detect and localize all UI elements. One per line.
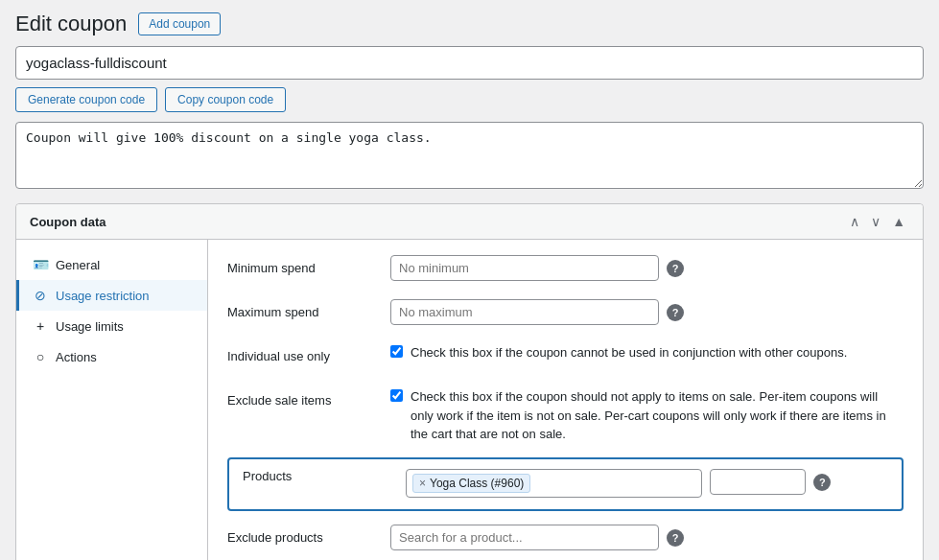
minimum-spend-label: Minimum spend bbox=[227, 255, 381, 275]
minimum-spend-row: Minimum spend ? bbox=[227, 255, 904, 286]
individual-use-label: Individual use only bbox=[227, 343, 381, 363]
sidebar-item-usage-limits[interactable]: + Usage limits bbox=[16, 311, 207, 341]
add-coupon-button[interactable]: Add coupon bbox=[138, 12, 221, 35]
coupon-data-header: Coupon data ∧ ∨ ▲ bbox=[16, 204, 923, 240]
exclude-products-row: Exclude products ? bbox=[227, 525, 904, 555]
products-search-input[interactable] bbox=[534, 476, 695, 490]
sidebar-item-actions[interactable]: ○ Actions bbox=[16, 341, 207, 372]
header-controls: ∧ ∨ ▲ bbox=[846, 212, 909, 231]
products-help-icon[interactable]: ? bbox=[813, 474, 831, 491]
copy-coupon-button[interactable]: Copy coupon code bbox=[165, 87, 286, 112]
exclude-sale-checkbox[interactable] bbox=[390, 389, 403, 402]
exclude-sale-items-row: Exclude sale items Check this box if the… bbox=[227, 387, 904, 444]
minimum-spend-control: ? bbox=[390, 255, 904, 281]
maximum-spend-control: ? bbox=[390, 299, 904, 325]
tag-remove-icon[interactable]: × bbox=[419, 477, 426, 490]
maximum-spend-help-icon[interactable]: ? bbox=[667, 304, 684, 321]
exclude-products-help-icon[interactable]: ? bbox=[667, 529, 684, 547]
general-icon: 🪪 bbox=[33, 257, 48, 272]
coupon-code-input[interactable] bbox=[15, 46, 924, 80]
generate-coupon-button[interactable]: Generate coupon code bbox=[15, 87, 157, 112]
individual-use-checkbox[interactable] bbox=[390, 345, 403, 358]
products-label: Products bbox=[243, 469, 396, 483]
minimum-spend-input[interactable] bbox=[390, 255, 659, 281]
sidebar-nav: 🪪 General ⊘ Usage restriction + Usage li… bbox=[16, 240, 208, 560]
maximum-spend-input[interactable] bbox=[390, 299, 659, 325]
products-tag-input[interactable]: × Yoga Class (#960) bbox=[406, 469, 702, 498]
minimum-spend-help-icon[interactable]: ? bbox=[667, 260, 684, 277]
individual-use-control: Check this box if the coupon cannot be u… bbox=[390, 343, 904, 362]
products-control: × Yoga Class (#960) ? bbox=[406, 469, 888, 498]
product-tag: × Yoga Class (#960) bbox=[412, 474, 530, 493]
sidebar-label-actions: Actions bbox=[56, 350, 97, 364]
sidebar-item-general[interactable]: 🪪 General bbox=[16, 249, 207, 280]
usage-restriction-icon: ⊘ bbox=[33, 288, 48, 303]
exclude-sale-text: Check this box if the coupon should not … bbox=[411, 387, 904, 444]
exclude-products-input[interactable] bbox=[390, 525, 659, 550]
exclude-sale-control: Check this box if the coupon should not … bbox=[390, 387, 904, 444]
collapse-up-button[interactable]: ∧ bbox=[846, 212, 863, 231]
product-tag-label: Yoga Class (#960) bbox=[430, 477, 524, 490]
sidebar-label-general: General bbox=[56, 258, 100, 272]
coupon-actions-row: Generate coupon code Copy coupon code bbox=[15, 87, 924, 112]
expand-button[interactable]: ▲ bbox=[888, 212, 909, 231]
collapse-down-button[interactable]: ∨ bbox=[867, 212, 884, 231]
sidebar-label-usage-limits: Usage limits bbox=[56, 319, 124, 334]
exclude-sale-checkbox-row: Check this box if the coupon should not … bbox=[390, 387, 904, 444]
content-area: Minimum spend ? Maximum spend ? Individu… bbox=[208, 240, 923, 560]
individual-use-text: Check this box if the coupon cannot be u… bbox=[411, 343, 847, 362]
actions-icon: ○ bbox=[33, 349, 48, 364]
exclude-products-control: ? bbox=[390, 525, 904, 550]
coupon-data-panel: Coupon data ∧ ∨ ▲ 🪪 General ⊘ Usage rest… bbox=[15, 203, 924, 560]
maximum-spend-label: Maximum spend bbox=[227, 299, 381, 319]
exclude-sale-label: Exclude sale items bbox=[227, 387, 381, 408]
maximum-spend-row: Maximum spend ? bbox=[227, 299, 904, 330]
products-highlighted-field: Products × Yoga Class (#960) ? bbox=[227, 457, 904, 511]
exclude-products-label: Exclude products bbox=[227, 525, 381, 545]
products-extra-input[interactable] bbox=[710, 469, 806, 495]
coupon-data-body: 🪪 General ⊘ Usage restriction + Usage li… bbox=[16, 240, 923, 560]
individual-use-only-row: Individual use only Check this box if th… bbox=[227, 343, 904, 374]
products-row: Products × Yoga Class (#960) ? bbox=[243, 469, 888, 500]
individual-use-checkbox-row: Check this box if the coupon cannot be u… bbox=[390, 343, 847, 362]
usage-limits-icon: + bbox=[33, 318, 48, 334]
sidebar-item-usage-restriction[interactable]: ⊘ Usage restriction bbox=[16, 280, 207, 311]
coupon-data-title: Coupon data bbox=[30, 215, 106, 229]
page-header: Edit coupon Add coupon bbox=[15, 12, 924, 36]
page-title: Edit coupon bbox=[15, 12, 127, 36]
description-textarea[interactable] bbox=[15, 122, 924, 189]
sidebar-label-usage-restriction: Usage restriction bbox=[56, 289, 150, 303]
